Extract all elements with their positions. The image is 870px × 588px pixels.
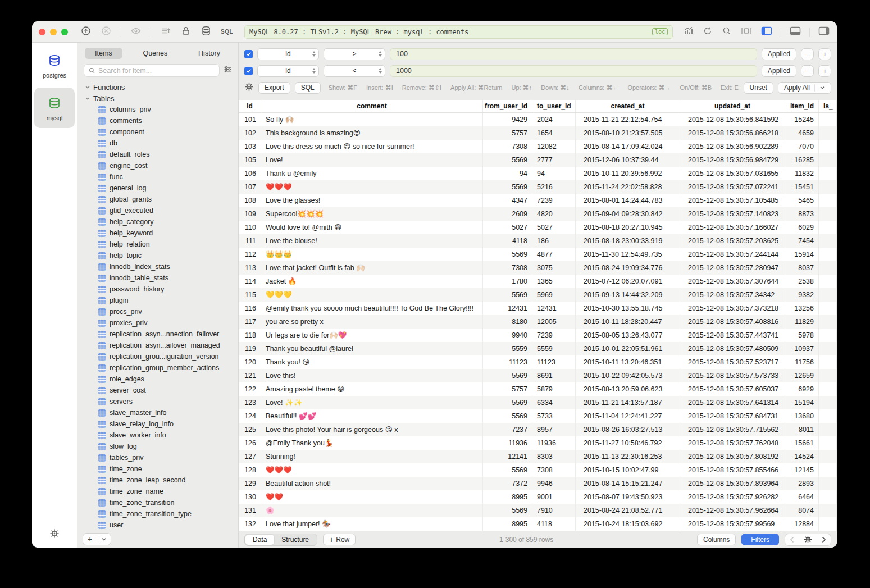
cell-is[interactable]	[819, 302, 837, 315]
cell-created-at[interactable]: 2015-11-27 10:58:46.792	[576, 436, 680, 450]
cell-comment[interactable]: Amazing pastel theme 😁	[261, 382, 483, 396]
cell-id[interactable]: 132	[239, 517, 261, 531]
cell-id[interactable]: 111	[239, 234, 261, 248]
next-page-button[interactable]	[817, 536, 831, 543]
cell-updated-at[interactable]: 2015-12-08 15:30:57.34342	[680, 288, 785, 302]
cell-id[interactable]: 112	[239, 248, 261, 261]
cell-to-user-id[interactable]: 11123	[532, 355, 576, 369]
cell-id[interactable]: 121	[239, 369, 261, 382]
cell-created-at[interactable]: 2015-10-01 22:05:51.961	[576, 342, 680, 355]
cell-item-id[interactable]: 16285	[785, 153, 819, 167]
table-row[interactable]: 113 Love that jacket! Outfit is fab 🙌🏻 7…	[239, 261, 837, 275]
cell-created-at[interactable]: 2015-12-06 10:37:39.44	[576, 153, 680, 167]
page-settings-button[interactable]	[799, 535, 817, 544]
cell-from-user-id[interactable]: 7237	[483, 423, 532, 436]
sidebar-table-item[interactable]: password_history	[85, 284, 238, 295]
cell-created-at[interactable]: 2015-08-07 19:43:50.923	[576, 490, 680, 504]
sidebar-table-item[interactable]: role_edges	[85, 373, 238, 385]
cell-to-user-id[interactable]: 94	[532, 167, 576, 180]
sidebar-table-item[interactable]: time_zone_leap_second	[85, 475, 238, 486]
cell-from-user-id[interactable]: 5569	[483, 504, 532, 517]
table-row[interactable]: 131 🌸 5569 7910 2015-08-24 21:08:52.771 …	[239, 504, 837, 517]
sidebar-table-item[interactable]: help_topic	[85, 250, 238, 261]
cell-comment[interactable]: @emily thank you soooo much beautiful!!!…	[261, 302, 483, 315]
cell-comment[interactable]: Thank you! 😘	[261, 355, 483, 369]
column-header-updated-at[interactable]: updated_at	[680, 100, 785, 112]
database-icon[interactable]	[201, 25, 212, 39]
cell-created-at[interactable]: 2015-11-30 12:54:49.735	[576, 248, 680, 261]
cell-id[interactable]: 109	[239, 207, 261, 221]
cell-id[interactable]: 120	[239, 355, 261, 369]
search-icon[interactable]	[721, 25, 732, 39]
cell-created-at[interactable]: 2015-10-11 20:39:56.992	[576, 167, 680, 180]
sidebar-table-item[interactable]: replication_group_member_actions	[85, 362, 238, 373]
cell-updated-at[interactable]: 2015-12-08 15:30:57.443741	[680, 329, 785, 342]
cell-comment[interactable]: ❤️❤️	[261, 490, 483, 504]
remove-filter-button[interactable]: −	[801, 48, 814, 60]
cell-is[interactable]	[819, 436, 837, 450]
sidebar-table-item[interactable]: servers	[85, 396, 238, 407]
cell-updated-at[interactable]: 2015-12-08 15:30:57.855466	[680, 463, 785, 477]
cell-item-id[interactable]: 13256	[785, 302, 819, 315]
cell-item-id[interactable]: 5465	[785, 194, 819, 207]
cell-from-user-id[interactable]: 7308	[483, 261, 532, 275]
cell-item-id[interactable]: 8011	[785, 423, 819, 436]
table-row[interactable]: 115 💛💛💛 5569 5969 2015-09-13 14:44:32.20…	[239, 288, 837, 302]
cell-updated-at[interactable]: 2015-12-08 15:30:57.072241	[680, 180, 785, 194]
sql-preview-button[interactable]: SQL	[295, 82, 321, 94]
filter-enabled-checkbox[interactable]	[244, 67, 253, 75]
filter-gear-icon[interactable]	[244, 82, 254, 94]
cell-to-user-id[interactable]: 186	[532, 234, 576, 248]
cell-updated-at[interactable]: 2015-12-08 15:30:57.244144	[680, 248, 785, 261]
cell-item-id[interactable]: 15451	[785, 180, 819, 194]
cell-to-user-id[interactable]: 8691	[532, 369, 576, 382]
sidebar-table-item[interactable]: columns_priv	[85, 104, 238, 115]
cell-to-user-id[interactable]: 2777	[532, 153, 576, 167]
cell-to-user-id[interactable]: 5559	[532, 342, 576, 355]
table-row[interactable]: 105 Love! 5569 2777 2015-12-06 10:37:39.…	[239, 153, 837, 167]
cell-is[interactable]	[819, 517, 837, 531]
cell-item-id[interactable]: 8074	[785, 504, 819, 517]
sidebar-table-item[interactable]: proxies_priv	[85, 317, 238, 329]
cell-to-user-id[interactable]: 9001	[532, 490, 576, 504]
cell-comment[interactable]: Love this photo! Your hair is gorgeous 😘…	[261, 423, 483, 436]
cell-created-at[interactable]: 2015-10-15 10:02:47.99	[576, 463, 680, 477]
sidebar-table-item[interactable]: replication_grou...iguration_version	[85, 351, 238, 362]
cell-created-at[interactable]: 2015-08-13 20:59:06.623	[576, 382, 680, 396]
toggle-sidebar-icon[interactable]	[760, 26, 773, 38]
cell-comment[interactable]: 🌸	[261, 504, 483, 517]
cell-to-user-id[interactable]: 4820	[532, 207, 576, 221]
cell-created-at[interactable]: 2015-08-18 23:00:33.919	[576, 234, 680, 248]
sidebar-table-item[interactable]: help_relation	[85, 239, 238, 250]
cell-item-id[interactable]: 8037	[785, 261, 819, 275]
cell-updated-at[interactable]: 2015-12-08 15:30:56.866218	[680, 126, 785, 140]
cell-from-user-id[interactable]: 5569	[483, 180, 532, 194]
connection-mysql[interactable]: mysql	[34, 88, 75, 128]
cell-to-user-id[interactable]: 4877	[532, 248, 576, 261]
cell-to-user-id[interactable]: 5027	[532, 221, 576, 234]
tab-data[interactable]: Data	[245, 535, 274, 545]
sidebar-table-item[interactable]: slave_master_info	[85, 407, 238, 418]
cell-created-at[interactable]: 2015-08-10 21:23:57.505	[576, 126, 680, 140]
sidebar-table-item[interactable]: component	[85, 126, 238, 138]
cell-created-at[interactable]: 2015-11-21 14:13:57.187	[576, 396, 680, 409]
cell-comment[interactable]: Ur legs are to die for🙌🏻💖	[261, 329, 483, 342]
cell-to-user-id[interactable]: 6334	[532, 396, 576, 409]
cell-id[interactable]: 101	[239, 113, 261, 126]
cell-item-id[interactable]: 7454	[785, 234, 819, 248]
cell-item-id[interactable]: 13680	[785, 409, 819, 423]
cell-to-user-id[interactable]: 7239	[532, 329, 576, 342]
sidebar-table-item[interactable]: slave_worker_info	[85, 430, 238, 441]
column-header-is[interactable]: is_	[819, 100, 837, 112]
cell-item-id[interactable]: 9382	[785, 288, 819, 302]
cell-id[interactable]: 115	[239, 288, 261, 302]
filter-value-input[interactable]: 100	[390, 48, 757, 60]
cell-item-id[interactable]: 6929	[785, 382, 819, 396]
cell-to-user-id[interactable]: 7239	[532, 194, 576, 207]
column-header-from-user-id[interactable]: from_user_id	[483, 100, 532, 112]
cell-to-user-id[interactable]: 5879	[532, 382, 576, 396]
sidebar-table-item[interactable]: procs_priv	[85, 306, 238, 317]
cell-item-id[interactable]: 14524	[785, 450, 819, 463]
cell-comment[interactable]: Jacket 🔥	[261, 275, 483, 288]
cell-item-id[interactable]: 6029	[785, 221, 819, 234]
